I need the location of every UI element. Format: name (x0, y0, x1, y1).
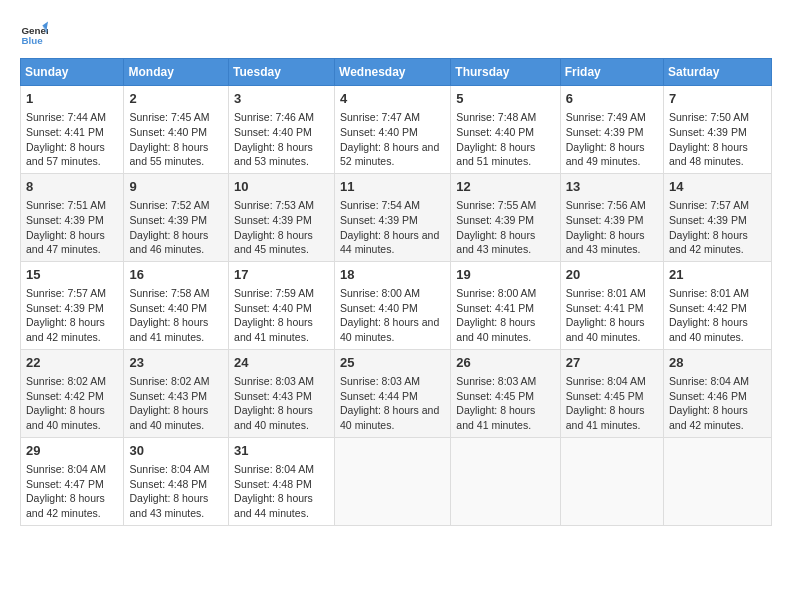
day-number: 16 (129, 266, 223, 284)
calendar-cell: 3Sunrise: 7:46 AMSunset: 4:40 PMDaylight… (229, 86, 335, 174)
week-row-3: 15Sunrise: 7:57 AMSunset: 4:39 PMDayligh… (21, 261, 772, 349)
day-info: Sunrise: 7:51 AMSunset: 4:39 PMDaylight:… (26, 198, 118, 257)
day-info: Sunrise: 8:04 AMSunset: 4:46 PMDaylight:… (669, 374, 766, 433)
day-number: 18 (340, 266, 445, 284)
day-info: Sunrise: 7:59 AMSunset: 4:40 PMDaylight:… (234, 286, 329, 345)
header-saturday: Saturday (664, 59, 772, 86)
day-number: 15 (26, 266, 118, 284)
day-number: 28 (669, 354, 766, 372)
calendar-cell: 17Sunrise: 7:59 AMSunset: 4:40 PMDayligh… (229, 261, 335, 349)
calendar-cell: 19Sunrise: 8:00 AMSunset: 4:41 PMDayligh… (451, 261, 560, 349)
day-number: 5 (456, 90, 554, 108)
day-info: Sunrise: 7:53 AMSunset: 4:39 PMDaylight:… (234, 198, 329, 257)
day-info: Sunrise: 7:48 AMSunset: 4:40 PMDaylight:… (456, 110, 554, 169)
day-info: Sunrise: 8:02 AMSunset: 4:42 PMDaylight:… (26, 374, 118, 433)
calendar-cell: 28Sunrise: 8:04 AMSunset: 4:46 PMDayligh… (664, 349, 772, 437)
calendar-cell: 29Sunrise: 8:04 AMSunset: 4:47 PMDayligh… (21, 437, 124, 525)
calendar-cell: 5Sunrise: 7:48 AMSunset: 4:40 PMDaylight… (451, 86, 560, 174)
day-info: Sunrise: 8:03 AMSunset: 4:45 PMDaylight:… (456, 374, 554, 433)
calendar-cell: 30Sunrise: 8:04 AMSunset: 4:48 PMDayligh… (124, 437, 229, 525)
day-info: Sunrise: 8:04 AMSunset: 4:48 PMDaylight:… (129, 462, 223, 521)
day-number: 7 (669, 90, 766, 108)
calendar-cell: 22Sunrise: 8:02 AMSunset: 4:42 PMDayligh… (21, 349, 124, 437)
svg-text:Blue: Blue (21, 35, 43, 46)
day-info: Sunrise: 8:01 AMSunset: 4:41 PMDaylight:… (566, 286, 658, 345)
day-number: 1 (26, 90, 118, 108)
calendar-cell: 8Sunrise: 7:51 AMSunset: 4:39 PMDaylight… (21, 173, 124, 261)
day-number: 10 (234, 178, 329, 196)
header-wednesday: Wednesday (335, 59, 451, 86)
day-number: 8 (26, 178, 118, 196)
calendar-cell: 15Sunrise: 7:57 AMSunset: 4:39 PMDayligh… (21, 261, 124, 349)
day-info: Sunrise: 8:03 AMSunset: 4:44 PMDaylight:… (340, 374, 445, 433)
calendar-cell (664, 437, 772, 525)
day-info: Sunrise: 8:04 AMSunset: 4:45 PMDaylight:… (566, 374, 658, 433)
day-number: 17 (234, 266, 329, 284)
day-info: Sunrise: 7:47 AMSunset: 4:40 PMDaylight:… (340, 110, 445, 169)
calendar-table: SundayMondayTuesdayWednesdayThursdayFrid… (20, 58, 772, 526)
day-info: Sunrise: 7:55 AMSunset: 4:39 PMDaylight:… (456, 198, 554, 257)
calendar-cell: 12Sunrise: 7:55 AMSunset: 4:39 PMDayligh… (451, 173, 560, 261)
calendar-cell: 25Sunrise: 8:03 AMSunset: 4:44 PMDayligh… (335, 349, 451, 437)
calendar-cell: 13Sunrise: 7:56 AMSunset: 4:39 PMDayligh… (560, 173, 663, 261)
day-number: 4 (340, 90, 445, 108)
day-number: 31 (234, 442, 329, 460)
calendar-cell: 31Sunrise: 8:04 AMSunset: 4:48 PMDayligh… (229, 437, 335, 525)
day-number: 26 (456, 354, 554, 372)
calendar-cell: 6Sunrise: 7:49 AMSunset: 4:39 PMDaylight… (560, 86, 663, 174)
calendar-cell: 26Sunrise: 8:03 AMSunset: 4:45 PMDayligh… (451, 349, 560, 437)
day-info: Sunrise: 7:50 AMSunset: 4:39 PMDaylight:… (669, 110, 766, 169)
calendar-cell: 1Sunrise: 7:44 AMSunset: 4:41 PMDaylight… (21, 86, 124, 174)
calendar-cell: 20Sunrise: 8:01 AMSunset: 4:41 PMDayligh… (560, 261, 663, 349)
calendar-cell: 24Sunrise: 8:03 AMSunset: 4:43 PMDayligh… (229, 349, 335, 437)
day-info: Sunrise: 8:04 AMSunset: 4:47 PMDaylight:… (26, 462, 118, 521)
day-info: Sunrise: 8:00 AMSunset: 4:40 PMDaylight:… (340, 286, 445, 345)
calendar-cell: 2Sunrise: 7:45 AMSunset: 4:40 PMDaylight… (124, 86, 229, 174)
week-row-5: 29Sunrise: 8:04 AMSunset: 4:47 PMDayligh… (21, 437, 772, 525)
day-info: Sunrise: 7:45 AMSunset: 4:40 PMDaylight:… (129, 110, 223, 169)
calendar-cell: 27Sunrise: 8:04 AMSunset: 4:45 PMDayligh… (560, 349, 663, 437)
day-info: Sunrise: 7:44 AMSunset: 4:41 PMDaylight:… (26, 110, 118, 169)
header-friday: Friday (560, 59, 663, 86)
day-info: Sunrise: 7:58 AMSunset: 4:40 PMDaylight:… (129, 286, 223, 345)
logo-icon: General Blue (20, 20, 48, 48)
day-number: 20 (566, 266, 658, 284)
day-number: 14 (669, 178, 766, 196)
day-info: Sunrise: 8:00 AMSunset: 4:41 PMDaylight:… (456, 286, 554, 345)
header-sunday: Sunday (21, 59, 124, 86)
calendar-cell: 4Sunrise: 7:47 AMSunset: 4:40 PMDaylight… (335, 86, 451, 174)
day-info: Sunrise: 8:03 AMSunset: 4:43 PMDaylight:… (234, 374, 329, 433)
header-thursday: Thursday (451, 59, 560, 86)
day-number: 27 (566, 354, 658, 372)
header-tuesday: Tuesday (229, 59, 335, 86)
day-info: Sunrise: 7:54 AMSunset: 4:39 PMDaylight:… (340, 198, 445, 257)
day-info: Sunrise: 8:02 AMSunset: 4:43 PMDaylight:… (129, 374, 223, 433)
day-number: 9 (129, 178, 223, 196)
day-info: Sunrise: 8:04 AMSunset: 4:48 PMDaylight:… (234, 462, 329, 521)
day-number: 30 (129, 442, 223, 460)
day-number: 12 (456, 178, 554, 196)
day-info: Sunrise: 7:52 AMSunset: 4:39 PMDaylight:… (129, 198, 223, 257)
calendar-cell (335, 437, 451, 525)
header-monday: Monday (124, 59, 229, 86)
day-info: Sunrise: 7:56 AMSunset: 4:39 PMDaylight:… (566, 198, 658, 257)
calendar-cell: 9Sunrise: 7:52 AMSunset: 4:39 PMDaylight… (124, 173, 229, 261)
week-row-1: 1Sunrise: 7:44 AMSunset: 4:41 PMDaylight… (21, 86, 772, 174)
calendar-cell: 7Sunrise: 7:50 AMSunset: 4:39 PMDaylight… (664, 86, 772, 174)
page-header: General Blue (20, 20, 772, 48)
calendar-cell: 18Sunrise: 8:00 AMSunset: 4:40 PMDayligh… (335, 261, 451, 349)
calendar-cell: 23Sunrise: 8:02 AMSunset: 4:43 PMDayligh… (124, 349, 229, 437)
calendar-cell (451, 437, 560, 525)
day-info: Sunrise: 7:57 AMSunset: 4:39 PMDaylight:… (669, 198, 766, 257)
day-info: Sunrise: 7:57 AMSunset: 4:39 PMDaylight:… (26, 286, 118, 345)
day-number: 29 (26, 442, 118, 460)
day-number: 25 (340, 354, 445, 372)
day-info: Sunrise: 7:46 AMSunset: 4:40 PMDaylight:… (234, 110, 329, 169)
day-number: 19 (456, 266, 554, 284)
day-number: 21 (669, 266, 766, 284)
day-number: 22 (26, 354, 118, 372)
day-number: 13 (566, 178, 658, 196)
day-number: 24 (234, 354, 329, 372)
week-row-2: 8Sunrise: 7:51 AMSunset: 4:39 PMDaylight… (21, 173, 772, 261)
day-number: 11 (340, 178, 445, 196)
